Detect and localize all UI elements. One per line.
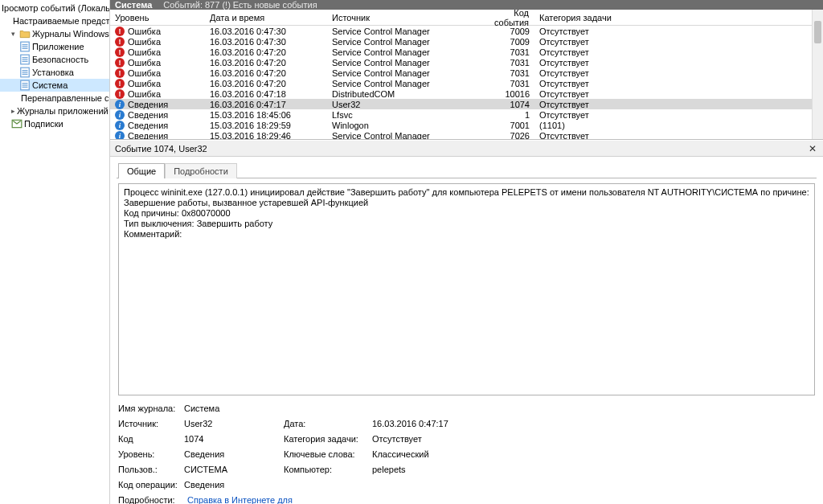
cell-source: DistributedCOM (327, 89, 475, 99)
expand-icon: ▸ (11, 107, 15, 115)
prop-user-label: Пользов.: (118, 465, 179, 474)
log-status: Событий: 877 (!) Есть новые события (163, 0, 317, 10)
cell-datetime: 16.03.2016 0:47:30 (205, 27, 327, 36)
cell-event-id: 7009 (475, 27, 534, 36)
prop-opcode-value: Сведения (184, 480, 509, 490)
navigation-tree[interactable]: Іросмотр событий (Локальны Настраиваемые… (0, 0, 110, 504)
cell-level: Ошибка (128, 89, 161, 99)
tree-custom-views[interactable]: Настраиваемые представле (0, 14, 109, 27)
prop-computer-label: Компьютер: (284, 465, 367, 474)
tree-item-перенаправленные соб[interactable]: Перенаправленные соб (0, 92, 109, 104)
prop-logname-label: Имя журнала: (118, 404, 179, 413)
cell-source: Service Control Manager (327, 47, 475, 57)
cell-category: Отсутствует (534, 27, 663, 36)
event-row[interactable]: Ошибка16.03.2016 0:47:20Service Control … (110, 68, 812, 78)
cell-category: Отсутствует (534, 89, 663, 99)
cell-event-id: 1 (475, 110, 534, 120)
cell-event-id: 1074 (475, 100, 534, 109)
prop-category-label: Категория задачи: (284, 434, 367, 444)
tree-item-label: Перенаправленные соб (21, 93, 110, 103)
cell-category: (1101) (534, 121, 663, 130)
event-row[interactable]: Ошибка16.03.2016 0:47:20Service Control … (110, 47, 812, 57)
prop-keywords-value: Классический (372, 449, 509, 459)
cell-source: Service Control Manager (327, 68, 475, 78)
cell-source: Service Control Manager (327, 58, 475, 68)
cell-source: Lfsvc (327, 110, 475, 120)
tree-item-приложение[interactable]: Приложение (0, 40, 109, 53)
cell-datetime: 16.03.2016 0:47:20 (205, 68, 327, 78)
event-row[interactable]: Ошибка16.03.2016 0:47:18DistributedCOM10… (110, 88, 812, 99)
cell-category: Отсутствует (534, 68, 663, 78)
cell-datetime: 15.03.2016 18:45:06 (205, 110, 327, 120)
event-message-box[interactable]: Процесс wininit.exe (127.0.0.1) иницииро… (118, 183, 815, 395)
cell-source: User32 (327, 100, 475, 109)
log-name: Система (115, 0, 152, 10)
error-icon (115, 27, 125, 36)
tab-general[interactable]: Общие (118, 163, 165, 178)
cell-datetime: 16.03.2016 0:47:20 (205, 79, 327, 88)
cell-category: Отсутствует (534, 131, 663, 140)
tab-details[interactable]: Подробности (165, 163, 237, 178)
cell-datetime: 15.03.2016 18:29:46 (205, 131, 327, 140)
event-row[interactable]: Ошибка16.03.2016 0:47:30Service Control … (110, 36, 812, 47)
col-datetime[interactable]: Дата и время (205, 10, 327, 25)
error-icon (115, 47, 125, 57)
cell-level: Ошибка (128, 58, 161, 68)
events-grid[interactable]: Уровень Дата и время Источник Код событи… (110, 10, 812, 139)
cell-event-id: 10016 (475, 89, 534, 99)
event-row[interactable]: Сведения15.03.2016 18:45:06Lfsvc1Отсутст… (110, 109, 812, 120)
event-row[interactable]: Сведения15.03.2016 18:29:46Service Contr… (110, 130, 812, 139)
cell-source: Winlogon (327, 121, 475, 130)
tree-root-label: Іросмотр событий (Локальны (2, 3, 110, 13)
cell-event-id: 7009 (475, 37, 534, 47)
tree-root[interactable]: Іросмотр событий (Локальны (0, 2, 109, 14)
event-row[interactable]: Ошибка16.03.2016 0:47:20Service Control … (110, 57, 812, 68)
info-icon (115, 100, 125, 109)
log-icon (19, 41, 31, 52)
cell-category: Отсутствует (534, 79, 663, 88)
help-link[interactable]: Справка в Интернете для (187, 495, 293, 504)
scrollbar-thumb[interactable] (814, 21, 821, 43)
cell-datetime: 16.03.2016 0:47:18 (205, 89, 327, 99)
detail-header: Событие 1074, User32 ✕ (110, 141, 823, 157)
error-icon (115, 79, 125, 88)
expand-icon: ▾ (11, 30, 19, 38)
cell-level: Сведения (128, 110, 168, 120)
event-row[interactable]: Ошибка16.03.2016 0:47:30Service Control … (110, 26, 812, 36)
col-level[interactable]: Уровень (110, 10, 205, 25)
prop-computer-value: pelepets (372, 465, 509, 474)
col-event-id[interactable]: Код события (475, 10, 534, 25)
cell-level: Ошибка (128, 47, 161, 57)
cell-source: Service Control Manager (327, 37, 475, 47)
cell-category: Отсутствует (534, 37, 663, 47)
cell-event-id: 7031 (475, 47, 534, 57)
tree-item-система[interactable]: Система (0, 79, 109, 92)
prop-keywords-label: Ключевые слова: (284, 449, 367, 459)
prop-opcode-label: Код операции: (118, 480, 179, 490)
tree-windows-logs[interactable]: ▾ Журналы Windows (0, 27, 109, 40)
event-row[interactable]: Сведения16.03.2016 0:47:17User321074Отсу… (110, 99, 812, 109)
grid-header[interactable]: Уровень Дата и время Источник Код событи… (110, 10, 812, 26)
tree-item-безопасность[interactable]: Безопасность (0, 53, 109, 66)
error-icon (115, 89, 125, 99)
error-icon (115, 58, 125, 68)
log-title-bar: Система Событий: 877 (!) Есть новые собы… (110, 0, 823, 10)
tree-item-установка[interactable]: Установка (0, 66, 109, 79)
grid-scrollbar[interactable] (812, 10, 823, 139)
cell-event-id: 7031 (475, 68, 534, 78)
close-detail-button[interactable]: ✕ (807, 143, 818, 154)
prop-eid-value: 1074 (184, 434, 279, 444)
message-line: Код причины: 0x80070000 (124, 208, 809, 219)
tree-app-service-logs[interactable]: ▸ Журналы приложений и сл (0, 104, 109, 117)
tree-subscriptions[interactable]: Подписки (0, 117, 109, 130)
cell-datetime: 16.03.2016 0:47:20 (205, 47, 327, 57)
cell-source: Service Control Manager (327, 79, 475, 88)
col-source[interactable]: Источник (327, 10, 475, 25)
cell-level: Сведения (128, 100, 168, 109)
prop-user-value: СИСТЕМА (184, 465, 279, 474)
col-category[interactable]: Категория задачи (534, 10, 663, 25)
cell-source: Service Control Manager (327, 131, 475, 140)
event-row[interactable]: Сведения15.03.2016 18:29:59Winlogon7001(… (110, 120, 812, 130)
tree-item-label: Приложение (32, 42, 84, 51)
event-row[interactable]: Ошибка16.03.2016 0:47:20Service Control … (110, 78, 812, 88)
